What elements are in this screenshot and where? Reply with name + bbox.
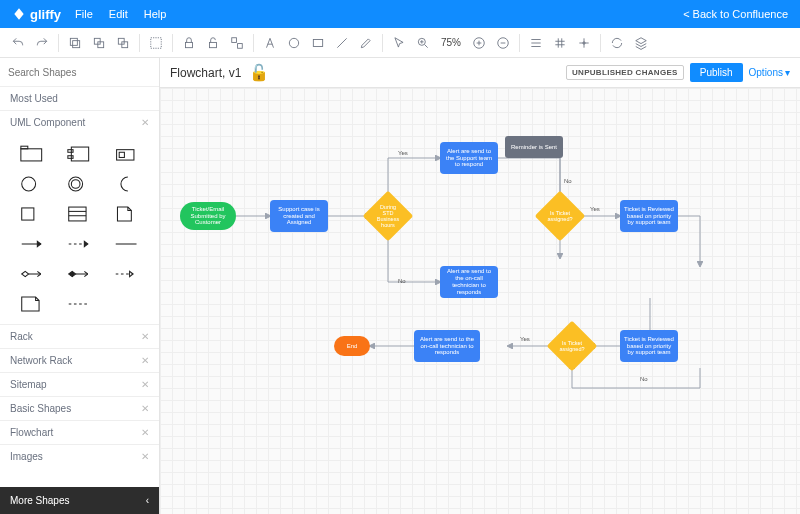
layers-icon[interactable] bbox=[631, 33, 651, 53]
svg-rect-18 bbox=[20, 146, 27, 149]
menu-help[interactable]: Help bbox=[144, 8, 167, 20]
doc-header: Flowchart, v1 🔓 UNPUBLISHED CHANGES Publ… bbox=[160, 58, 800, 88]
text-icon[interactable] bbox=[260, 33, 280, 53]
section-basic-shapes[interactable]: Basic Shapes✕ bbox=[0, 396, 159, 420]
shape-folder-icon[interactable] bbox=[12, 142, 53, 166]
svg-point-11 bbox=[289, 38, 298, 47]
align-icon[interactable] bbox=[526, 33, 546, 53]
svg-rect-17 bbox=[20, 149, 41, 161]
shape-ring-icon[interactable] bbox=[59, 172, 100, 196]
node-reminder[interactable]: Reminder is Sent bbox=[505, 136, 563, 158]
shape-line-icon[interactable] bbox=[106, 232, 147, 256]
node-decision-hours[interactable]: During STD Business hours bbox=[370, 198, 406, 234]
circle-icon[interactable] bbox=[284, 33, 304, 53]
svg-rect-1 bbox=[70, 38, 77, 45]
close-icon[interactable]: ✕ bbox=[141, 427, 149, 438]
shape-open-diamond-arrow-icon[interactable] bbox=[12, 262, 53, 286]
svg-rect-12 bbox=[313, 39, 322, 46]
node-alert-support[interactable]: Alert are send to the Support team to re… bbox=[440, 142, 498, 174]
node-alert-oncall[interactable]: Alert are send to the on-call technician… bbox=[440, 266, 498, 298]
menu-edit[interactable]: Edit bbox=[109, 8, 128, 20]
shape-node-icon[interactable] bbox=[106, 142, 147, 166]
close-icon[interactable]: ✕ bbox=[141, 117, 149, 128]
node-end[interactable]: End bbox=[334, 336, 370, 356]
close-icon[interactable]: ✕ bbox=[141, 403, 149, 414]
node-decision-assigned-1[interactable]: Is Ticket assigned? bbox=[542, 198, 578, 234]
section-images[interactable]: Images✕ bbox=[0, 444, 159, 468]
shape-arc-icon[interactable] bbox=[106, 172, 147, 196]
svg-rect-0 bbox=[73, 40, 80, 47]
shape-arrow-solid-icon[interactable] bbox=[12, 232, 53, 256]
front-icon[interactable] bbox=[89, 33, 109, 53]
refresh-icon[interactable] bbox=[607, 33, 627, 53]
grid-icon[interactable] bbox=[550, 33, 570, 53]
shape-filled-diamond-arrow-icon[interactable] bbox=[59, 262, 100, 286]
node-decision-assigned-2[interactable]: Is Ticket assigned? bbox=[554, 328, 590, 364]
shape-circle-icon[interactable] bbox=[12, 172, 53, 196]
section-flowchart[interactable]: Flowchart✕ bbox=[0, 420, 159, 444]
svg-rect-27 bbox=[21, 208, 33, 220]
line-icon[interactable] bbox=[332, 33, 352, 53]
sidebar: Most Used UML Component✕ Rack✕ Network R… bbox=[0, 58, 160, 514]
shape-arrow-dashed-icon[interactable] bbox=[59, 232, 100, 256]
search-input[interactable] bbox=[8, 63, 151, 82]
svg-rect-7 bbox=[186, 42, 193, 47]
back-to-confluence-link[interactable]: < Back to Confluence bbox=[683, 8, 788, 20]
shape-list-icon[interactable] bbox=[59, 202, 100, 226]
node-support-case[interactable]: Support case is created and Assigned bbox=[270, 200, 328, 232]
close-icon[interactable]: ✕ bbox=[141, 355, 149, 366]
node-start[interactable]: Ticket/Email Submitted by Customer bbox=[180, 202, 236, 230]
zoom-minus-icon[interactable] bbox=[493, 33, 513, 53]
publish-button[interactable]: Publish bbox=[690, 63, 743, 82]
undo-icon[interactable] bbox=[8, 33, 28, 53]
shape-note-icon[interactable] bbox=[12, 292, 53, 316]
shape-dashed-line-icon[interactable] bbox=[59, 292, 100, 316]
section-most-used[interactable]: Most Used bbox=[0, 86, 159, 110]
pointer-icon[interactable] bbox=[389, 33, 409, 53]
shape-dashed-open-arrow-icon[interactable] bbox=[106, 262, 147, 286]
zoom-in-icon[interactable] bbox=[413, 33, 433, 53]
top-navbar: gliffy File Edit Help < Back to Confluen… bbox=[0, 0, 800, 28]
menu-file[interactable]: File bbox=[75, 8, 93, 20]
close-icon[interactable]: ✕ bbox=[141, 331, 149, 342]
close-icon[interactable]: ✕ bbox=[141, 451, 149, 462]
close-icon[interactable]: ✕ bbox=[141, 379, 149, 390]
lock-status-icon: 🔓 bbox=[249, 63, 269, 82]
options-dropdown[interactable]: Options▾ bbox=[749, 67, 790, 78]
section-network-rack[interactable]: Network Rack✕ bbox=[0, 348, 159, 372]
lock-icon[interactable] bbox=[179, 33, 199, 53]
edge-label-yes: Yes bbox=[398, 150, 408, 156]
pen-icon[interactable] bbox=[356, 33, 376, 53]
shape-page-icon[interactable] bbox=[106, 202, 147, 226]
svg-rect-21 bbox=[67, 156, 72, 159]
node-review-2[interactable]: Ticket is Reviewed based on priority by … bbox=[620, 330, 678, 362]
svg-point-24 bbox=[21, 177, 35, 191]
snap-icon[interactable] bbox=[574, 33, 594, 53]
section-rack[interactable]: Rack✕ bbox=[0, 324, 159, 348]
zoom-plus-icon[interactable] bbox=[469, 33, 489, 53]
node-alert-oncall-2[interactable]: Alert are send to the on-call technician… bbox=[414, 330, 480, 362]
rect-icon[interactable] bbox=[308, 33, 328, 53]
svg-point-26 bbox=[71, 180, 80, 189]
copy-icon[interactable] bbox=[65, 33, 85, 53]
chevron-left-icon: ‹ bbox=[146, 495, 149, 506]
zoom-level-label: 75% bbox=[437, 37, 465, 48]
chevron-down-icon: ▾ bbox=[785, 67, 790, 78]
shape-component-icon[interactable] bbox=[59, 142, 100, 166]
node-review-1[interactable]: Ticket is Reviewed based on priority by … bbox=[620, 200, 678, 232]
section-uml-component[interactable]: UML Component✕ bbox=[0, 110, 159, 134]
svg-rect-6 bbox=[151, 37, 162, 48]
shape-palette bbox=[0, 134, 159, 324]
more-shapes-button[interactable]: More Shapes ‹ bbox=[0, 487, 159, 514]
group-icon[interactable] bbox=[146, 33, 166, 53]
brand-logo: gliffy bbox=[12, 7, 61, 22]
back-icon[interactable] bbox=[113, 33, 133, 53]
doc-title[interactable]: Flowchart, v1 bbox=[170, 66, 241, 80]
unlock-icon[interactable] bbox=[203, 33, 223, 53]
svg-rect-4 bbox=[122, 41, 128, 47]
section-sitemap[interactable]: Sitemap✕ bbox=[0, 372, 159, 396]
ungroup-icon[interactable] bbox=[227, 33, 247, 53]
redo-icon[interactable] bbox=[32, 33, 52, 53]
canvas[interactable]: Ticket/Email Submitted by Customer Suppo… bbox=[160, 88, 800, 514]
shape-square-icon[interactable] bbox=[12, 202, 53, 226]
